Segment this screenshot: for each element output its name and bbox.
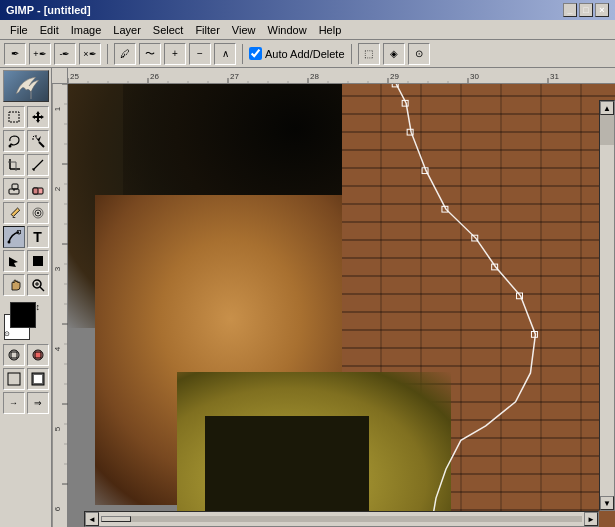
menu-item-select[interactable]: Select (147, 22, 190, 38)
gimp-logo-icon (11, 74, 41, 99)
path-tool[interactable] (3, 226, 25, 248)
svg-line-13 (33, 160, 43, 170)
pen-tool-option-add[interactable]: +✒ (29, 43, 51, 65)
maximize-button[interactable]: □ (579, 3, 593, 17)
svg-text:4: 4 (53, 346, 62, 351)
menu-item-file[interactable]: File (4, 22, 34, 38)
fullscreen-btn[interactable] (27, 368, 49, 390)
pen-tool-option-intersect[interactable]: ×✒ (79, 43, 101, 65)
standard-screen-btn[interactable] (3, 368, 25, 390)
bottom-nav-row: → ⇒ (3, 392, 49, 414)
menu-item-filter[interactable]: Filter (189, 22, 225, 38)
menu-item-edit[interactable]: Edit (34, 22, 65, 38)
pen-type-freeform[interactable]: 〜 (139, 43, 161, 65)
toolbox-header (3, 70, 49, 102)
svg-text:26: 26 (150, 72, 159, 81)
svg-text:27: 27 (230, 72, 239, 81)
menu-item-view[interactable]: View (226, 22, 262, 38)
auto-add-delete-checkbox[interactable] (249, 47, 262, 60)
zoom-tool[interactable] (27, 274, 49, 296)
color-selector: ↕ ⊙ (4, 302, 48, 340)
path-to-selection-btn[interactable]: ◈ (383, 43, 405, 65)
quickmask-mode-btn[interactable] (27, 344, 49, 366)
mask-row (3, 344, 49, 366)
tool-row-6: T (3, 226, 49, 248)
tool-row-7 (3, 250, 49, 272)
svg-point-27 (7, 241, 10, 244)
marquee-tool[interactable] (3, 106, 25, 128)
scroll-left-button[interactable]: ◄ (85, 512, 99, 526)
blur-tool[interactable] (27, 202, 49, 224)
menu-item-window[interactable]: Window (262, 22, 313, 38)
svg-marker-5 (34, 135, 41, 142)
imagemode-btn[interactable]: → (3, 392, 25, 414)
svg-line-8 (33, 136, 34, 137)
pen-tool-option-new[interactable]: ✒ (4, 43, 26, 65)
minimize-button[interactable]: _ (563, 3, 577, 17)
main-area: T (0, 68, 615, 527)
svg-rect-39 (34, 375, 42, 383)
eraser-tool[interactable] (27, 178, 49, 200)
pencil-tool[interactable] (3, 202, 25, 224)
scroll-up-button[interactable]: ▲ (600, 101, 614, 115)
path-selection-tool[interactable] (3, 250, 25, 272)
svg-text:30: 30 (470, 72, 479, 81)
menubar: FileEditImageLayerSelectFilterViewWindow… (0, 20, 615, 40)
vertical-scrollbar[interactable]: ▲ ▼ (599, 100, 615, 511)
pen-delete-point[interactable]: − (189, 43, 211, 65)
hand-tool[interactable] (3, 274, 25, 296)
magic-wand-tool[interactable] (27, 130, 49, 152)
svg-rect-37 (8, 373, 20, 385)
foreground-color[interactable] (10, 302, 36, 328)
crop-tool[interactable] (3, 154, 25, 176)
close-button[interactable]: × (595, 3, 609, 17)
title-text: GIMP - [untitled] (6, 4, 91, 16)
stamp-tool[interactable] (3, 178, 25, 200)
image-container: ▲ ▼ ◄ ► (68, 84, 615, 527)
reset-colors-icon[interactable]: ⊙ (4, 330, 10, 338)
shape-tool[interactable] (27, 250, 49, 272)
tool-row-5 (3, 202, 49, 224)
svg-rect-1 (9, 112, 19, 122)
pen-tool-option-subtract[interactable]: -✒ (54, 43, 76, 65)
auto-add-delete-label: Auto Add/Delete (249, 47, 345, 60)
horizontal-scrollbar[interactable]: ◄ ► (84, 511, 599, 527)
svg-rect-34 (11, 352, 17, 358)
stroke-path-btn[interactable]: ⊙ (408, 43, 430, 65)
svg-line-4 (39, 142, 44, 147)
ruler-vertical-svg: 1 2 3 4 5 6 (52, 84, 68, 527)
scroll-thumb[interactable] (101, 516, 131, 522)
move-tool[interactable] (27, 106, 49, 128)
measure-tool[interactable] (27, 154, 49, 176)
svg-text:29: 29 (390, 72, 399, 81)
svg-text:31: 31 (550, 72, 559, 81)
svg-text:1: 1 (53, 106, 62, 111)
toolbox: T (0, 68, 52, 527)
menu-item-layer[interactable]: Layer (107, 22, 147, 38)
goto-bridge-btn[interactable]: ⇒ (27, 392, 49, 414)
menu-item-image[interactable]: Image (65, 22, 108, 38)
rubber-band-btn[interactable]: ⬚ (358, 43, 380, 65)
tool-row-1 (3, 106, 49, 128)
lasso-tool[interactable] (3, 130, 25, 152)
scroll-track (101, 516, 582, 522)
svg-text:5: 5 (53, 426, 62, 431)
scroll-right-button[interactable]: ► (584, 512, 598, 526)
svg-rect-21 (11, 208, 19, 216)
svg-text:2: 2 (53, 186, 62, 191)
text-tool[interactable]: T (27, 226, 49, 248)
tool-row-4 (3, 178, 49, 200)
svg-marker-22 (12, 217, 16, 218)
swap-colors-icon[interactable]: ↕ (36, 302, 48, 314)
pen-type-bezier[interactable]: 🖊 (114, 43, 136, 65)
pen-convert-point[interactable]: ∧ (214, 43, 236, 65)
auto-add-delete-text: Auto Add/Delete (265, 48, 345, 60)
tool-row-8 (3, 274, 49, 296)
menu-item-help[interactable]: Help (313, 22, 348, 38)
svg-rect-16 (12, 184, 18, 189)
ruler-vertical: 1 2 3 4 5 6 (52, 84, 68, 527)
scroll-down-button[interactable]: ▼ (600, 496, 614, 510)
standard-mode-btn[interactable] (3, 344, 25, 366)
tool-row-2 (3, 130, 49, 152)
pen-add-point[interactable]: + (164, 43, 186, 65)
